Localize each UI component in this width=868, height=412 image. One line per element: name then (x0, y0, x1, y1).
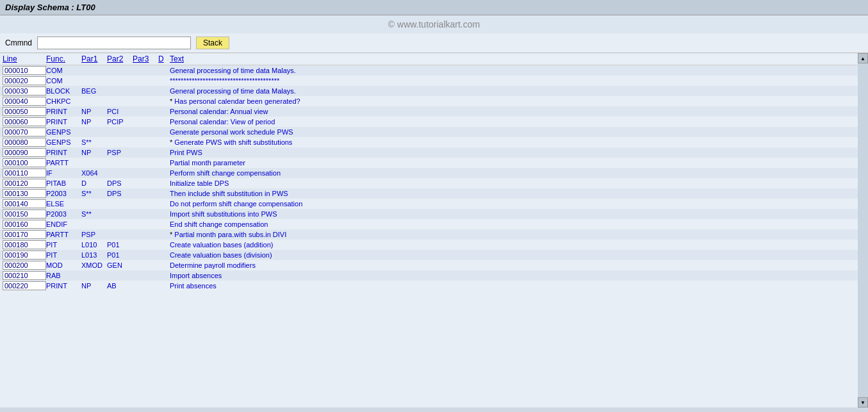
table-row: 000180PITL010P01Create valuation bases (… (0, 240, 858, 250)
table-row: 000150P2003S**Import shift substitutions… (0, 209, 858, 219)
table-row: 000080GENPSS*** Generate PWS with shift … (0, 137, 858, 147)
col-par1: Par1 (81, 54, 107, 63)
cell-line[interactable]: 000090 (3, 148, 46, 157)
command-label: Cmmnd (5, 38, 32, 47)
cell-func: P2003 (46, 190, 81, 197)
cell-line[interactable]: 000160 (3, 220, 46, 229)
scrollbar: ▲ ▼ (858, 53, 868, 408)
cell-par1: S** (81, 138, 107, 146)
cell-func: PRINT (46, 108, 81, 115)
table-row: 000170PARTTPSP* Partial month para.with … (0, 229, 858, 240)
cell-par2: PSP (107, 149, 133, 156)
cell-par1: NP (81, 282, 107, 290)
cell-par1: D (81, 179, 107, 187)
cell-func: CHKPC (46, 97, 81, 105)
cell-par1: NP (81, 149, 107, 156)
col-line: Line (3, 54, 46, 63)
cell-func: ELSE (46, 200, 81, 208)
table-row: 000160ENDIFEnd shift change compensation (0, 219, 858, 229)
table-row: 000010COMGeneral processing of time data… (0, 65, 858, 76)
cell-text: Personal calendar: Annual view (170, 108, 855, 115)
col-func: Func. (46, 54, 81, 63)
cell-text: Partial month parameter (170, 159, 855, 167)
cell-text: * Partial month para.with subs.in DIVI (170, 231, 855, 238)
cell-func: PARTT (46, 159, 81, 167)
cell-func: PRINT (46, 149, 81, 156)
cell-line[interactable]: 000030 (3, 87, 46, 95)
cell-line[interactable]: 000080 (3, 138, 46, 147)
cell-par2: P01 (107, 241, 133, 249)
cell-text: Create valuation bases (division) (170, 251, 855, 259)
cell-par1: XMOD (81, 261, 107, 269)
cell-text: Initialize table DPS (170, 179, 855, 187)
col-d: D (158, 54, 170, 63)
cell-text: Determine payroll modifiers (170, 261, 855, 269)
table-row: 000100PARTTPartial month parameter (0, 158, 858, 168)
cell-text: Do not perform shift change compensation (170, 200, 855, 208)
cell-line[interactable]: 000200 (3, 261, 46, 270)
cell-func: BLOCK (46, 87, 81, 95)
table-row: 000050PRINTNPPCIPersonal calendar: Annua… (0, 106, 858, 117)
table-row: 000110IFX064Perform shift change compens… (0, 168, 858, 178)
cell-func: COM (46, 77, 81, 85)
cell-func: GENPS (46, 128, 81, 136)
cell-line[interactable]: 000070 (3, 128, 46, 136)
cell-line[interactable]: 000150 (3, 210, 46, 218)
cell-line[interactable]: 000180 (3, 240, 46, 249)
cell-line[interactable]: 000130 (3, 189, 46, 198)
title-bar: Display Schema : LT00 (0, 0, 868, 15)
cell-line[interactable]: 000220 (3, 281, 46, 290)
scroll-up-button[interactable]: ▲ (858, 53, 868, 63)
cell-par2: DPS (107, 190, 133, 197)
cell-par1: PSP (81, 231, 107, 238)
cell-text: Then include shift substitution in PWS (170, 190, 855, 197)
table-row: 000210RABImport absences (0, 270, 858, 281)
cell-line[interactable]: 000060 (3, 117, 46, 126)
cell-func: P2003 (46, 210, 81, 218)
table-row: 000090PRINTNPPSPPrint PWS (0, 147, 858, 158)
cell-text: Import absences (170, 272, 855, 279)
col-par2: Par2 (107, 54, 133, 63)
cell-text: **************************************** (170, 77, 855, 85)
cell-text: Generate personal work schedule PWS (170, 128, 855, 136)
watermark-text: © www.tutorialkart.com (388, 19, 480, 29)
cell-func: MOD (46, 261, 81, 269)
table-row: 000070GENPSGenerate personal work schedu… (0, 127, 858, 137)
watermark-bar: © www.tutorialkart.com (0, 15, 868, 33)
cell-line[interactable]: 000110 (3, 169, 46, 177)
cell-text: * Generate PWS with shift substitutions (170, 138, 855, 146)
cell-line[interactable]: 000120 (3, 179, 46, 188)
cell-text: Import shift substitutions into PWS (170, 210, 855, 218)
cell-text: End shift change compensation (170, 220, 855, 228)
cell-func: RAB (46, 272, 81, 279)
cell-line[interactable]: 000050 (3, 107, 46, 116)
scroll-down-button[interactable]: ▼ (858, 397, 868, 408)
cell-text: Print PWS (170, 149, 855, 156)
cell-par2: DPS (107, 179, 133, 187)
cell-line[interactable]: 000170 (3, 230, 46, 239)
cell-func: PIT (46, 251, 81, 259)
table-row: 000130P2003S**DPSThen include shift subs… (0, 188, 858, 199)
cell-func: PITAB (46, 179, 81, 187)
table-area: Line Func. Par1 Par2 Par3 D Text 000010C… (0, 53, 858, 408)
cell-par1: BEG (81, 87, 107, 95)
cell-line[interactable]: 000010 (3, 66, 46, 75)
cell-par1: NP (81, 118, 107, 126)
main-content: Line Func. Par1 Par2 Par3 D Text 000010C… (0, 53, 868, 408)
cell-par2: GEN (107, 261, 133, 269)
cell-text: * Has personal calendar been generated? (170, 97, 855, 105)
command-input[interactable] (37, 37, 191, 49)
cell-line[interactable]: 000100 (3, 158, 46, 167)
table-row: 000200MODXMODGENDetermine payroll modifi… (0, 260, 858, 270)
cell-line[interactable]: 000190 (3, 251, 46, 260)
cell-par1: S** (81, 190, 107, 197)
stack-button[interactable]: Stack (196, 37, 229, 49)
cell-line[interactable]: 000140 (3, 199, 46, 208)
cell-line[interactable]: 000210 (3, 271, 46, 280)
cell-par1: L013 (81, 251, 107, 259)
cell-line[interactable]: 000040 (3, 97, 46, 106)
table-row: 000190PITL013P01Create valuation bases (… (0, 250, 858, 260)
cell-line[interactable]: 000020 (3, 76, 46, 85)
col-par3: Par3 (133, 54, 158, 63)
page-title: Display Schema : LT00 (5, 3, 95, 12)
